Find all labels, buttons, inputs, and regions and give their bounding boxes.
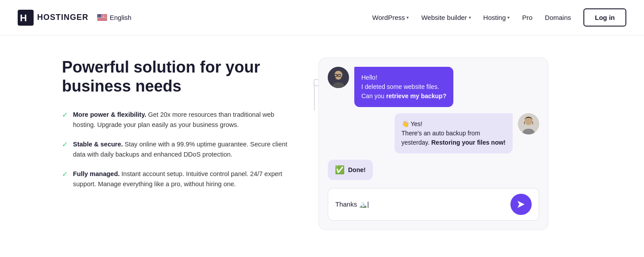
chat-bubble-2: 👋 Yes!There's an auto backup fromyesterd… (395, 113, 513, 153)
svg-rect-10 (97, 18, 107, 19)
chat-bubble-1: Hello!I deleted some website files.Can y… (354, 67, 453, 107)
check-icon-2: ✓ (62, 140, 68, 149)
done-check-icon: ✅ (335, 165, 345, 175)
chat-messages: Hello!I deleted some website files.Can y… (318, 58, 548, 230)
hostinger-logo-icon: H (18, 10, 34, 26)
nav-wordpress[interactable]: WordPress ▾ (372, 14, 409, 21)
navbar: H HOSTINGER ★ ★ ★ (0, 0, 644, 35)
brand-name: HOSTINGER (37, 13, 88, 22)
support-avatar (518, 113, 539, 134)
chat-input-area[interactable]: Thanks 🏔️| (328, 188, 539, 221)
feature-item-3: ✓ Fully managed. Instant account setup. … (62, 169, 292, 189)
feature-item-1: ✓ More power & flexibility. Get 20x more… (62, 110, 292, 130)
svg-marker-31 (518, 201, 525, 208)
language-selector[interactable]: ★ ★ ★ ★ ★ ★ ★ ★ ★ ★ ★ ★ ★ ★ English (97, 14, 131, 21)
chat-message-2: 👋 Yes!There's an auto backup fromyesterd… (328, 113, 539, 153)
svg-rect-12 (97, 19, 107, 20)
chevron-down-icon: ▾ (507, 15, 510, 20)
svg-rect-14 (97, 20, 107, 21)
language-label: English (110, 14, 131, 21)
send-button[interactable] (510, 194, 532, 215)
svg-rect-13 (97, 20, 107, 20)
hero-left: Powerful solution for your business need… (62, 58, 292, 189)
done-bubble: ✅ Done! (328, 160, 373, 180)
nav-right: WordPress ▾ Website builder ▾ Hosting ▾ … (372, 8, 626, 27)
login-button[interactable]: Log in (583, 8, 626, 27)
chat-message-1: Hello!I deleted some website files.Can y… (328, 67, 539, 107)
nav-pro[interactable]: Pro (522, 14, 532, 21)
bubble-text-bold-2: Restoring your files now! (431, 139, 506, 146)
nav-hosting[interactable]: Hosting ▾ (483, 14, 510, 21)
nav-domains[interactable]: Domains (545, 14, 571, 21)
svg-point-25 (334, 71, 342, 79)
feature-text-2: Stable & secure. Stay online with a 99.9… (73, 139, 292, 159)
bubble-text-bold-1: retrieve my backup? (386, 92, 446, 100)
user-avatar (328, 67, 349, 88)
chevron-down-icon: ▾ (406, 15, 409, 20)
chat-widget: Hello!I deleted some website files.Can y… (318, 58, 548, 230)
svg-rect-19 (314, 84, 315, 111)
svg-text:H: H (20, 12, 27, 23)
check-icon-3: ✓ (62, 170, 68, 178)
chat-message-3: ✅ Done! (328, 160, 539, 180)
bubble-emoji-1: 👋 (402, 120, 409, 127)
send-icon (517, 200, 525, 209)
check-icon-1: ✓ (62, 111, 68, 119)
svg-text:★ ★ ★ ★ ★: ★ ★ ★ ★ ★ (98, 16, 106, 18)
nav-left: H HOSTINGER ★ ★ ★ (18, 10, 131, 26)
logo[interactable]: H HOSTINGER (18, 10, 88, 26)
main-content: Powerful solution for your business need… (0, 35, 644, 257)
chat-input-value: Thanks 🏔️| (335, 200, 369, 208)
hero-title: Powerful solution for your business need… (62, 58, 292, 96)
svg-rect-11 (97, 19, 107, 19)
feature-text-3: Fully managed. Instant account setup. In… (73, 169, 292, 189)
done-text: Done! (348, 166, 366, 173)
feature-text-1: More power & flexibility. Get 20x more r… (73, 110, 292, 130)
feature-item-2: ✓ Stable & secure. Stay online with a 99… (62, 139, 292, 159)
chat-area: Hello!I deleted some website files.Can y… (318, 58, 548, 230)
svg-point-30 (525, 117, 533, 125)
flag-icon: ★ ★ ★ ★ ★ ★ ★ ★ ★ ★ ★ ★ ★ ★ (97, 14, 107, 21)
chevron-down-icon: ▾ (469, 15, 471, 20)
nav-website-builder[interactable]: Website builder ▾ (421, 14, 471, 21)
feature-list: ✓ More power & flexibility. Get 20x more… (62, 110, 292, 189)
